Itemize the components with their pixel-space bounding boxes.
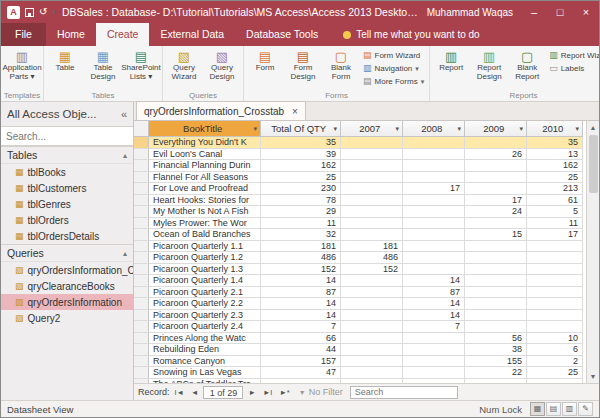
table-cell[interactable]: 87 (403, 287, 465, 299)
table-row[interactable]: Evil Loon's Canal392613 (134, 149, 586, 161)
table-cell[interactable] (341, 310, 403, 322)
sidebar-item-tblgenres[interactable]: ▦tblGenres (1, 196, 133, 212)
table-cell[interactable] (465, 264, 527, 276)
customize-qat-icon[interactable]: ▾ (52, 8, 56, 16)
table-cell[interactable]: 47 (261, 367, 341, 379)
table-cell[interactable] (341, 229, 403, 241)
table-cell[interactable] (465, 172, 527, 184)
query-design-button[interactable]: ▧Query Design (203, 47, 241, 90)
sidebar-item-qryordersinformation-crosstab[interactable]: ▧qryOrdersInformation_Crosstab (1, 262, 133, 278)
table-cell[interactable]: 29 (261, 206, 341, 218)
table-row[interactable]: Snowing in Las Vegas472225 (134, 367, 586, 379)
sidebar-item-qryordersinformation[interactable]: ▧qryOrdersInformation (1, 294, 133, 310)
table-cell[interactable]: 78 (261, 195, 341, 207)
table-cell[interactable] (403, 218, 465, 230)
table-cell[interactable]: Picaroon Quarterly 1.2 (149, 252, 261, 264)
table-cell[interactable] (527, 264, 583, 276)
table-cell[interactable]: 155 (465, 356, 527, 368)
table-cell[interactable]: 22 (465, 367, 527, 379)
record-selector[interactable] (134, 149, 149, 161)
close-button[interactable]: × (573, 1, 599, 23)
table-cell[interactable]: 44 (261, 344, 341, 356)
collapse-section-icon[interactable]: ▴ (123, 249, 127, 258)
navigation-button[interactable]: ▥Navigation▾ (360, 62, 427, 75)
query-wizard-button[interactable]: ▧Query Wizard (165, 47, 203, 90)
table-cell[interactable]: Snowing in Las Vegas (149, 367, 261, 379)
table-cell[interactable]: Picaroon Quarterly 2.2 (149, 298, 261, 310)
form-button[interactable]: ▤Form (246, 47, 284, 90)
table-cell[interactable] (527, 298, 583, 310)
table-row[interactable]: Picaroon Quarterly 2.477 (134, 321, 586, 333)
table-cell[interactable] (341, 287, 403, 299)
table-cell[interactable] (403, 229, 465, 241)
sidebar-item-query2[interactable]: ▧Query2 (1, 310, 133, 326)
table-cell[interactable]: 157 (261, 356, 341, 368)
record-selector[interactable] (134, 321, 149, 333)
table-cell[interactable] (465, 183, 527, 195)
table-cell[interactable]: Evil Loon's Canal (149, 149, 261, 161)
blank-report-button[interactable]: ▢Blank Report (508, 47, 546, 90)
record-selector[interactable] (134, 172, 149, 184)
table-cell[interactable] (341, 172, 403, 184)
table-cell[interactable] (465, 160, 527, 172)
vertical-scrollbar[interactable]: ▲ ▼ (586, 121, 599, 383)
form-design-button[interactable]: ▤Form Design (284, 47, 322, 90)
table-cell[interactable]: 486 (261, 252, 341, 264)
table-cell[interactable]: 35 (261, 137, 341, 149)
sidebar-item-tblordersdetails[interactable]: ▦tblOrdersDetails (1, 228, 133, 244)
table-row[interactable]: Heart Hooks: Stories for781761 (134, 195, 586, 207)
table-cell[interactable]: 162 (527, 160, 583, 172)
collapse-section-icon[interactable]: ▴ (123, 151, 127, 160)
table-cell[interactable]: 152 (341, 264, 403, 276)
table-cell[interactable] (341, 195, 403, 207)
table-cell[interactable]: 17 (403, 183, 465, 195)
table-cell[interactable] (465, 298, 527, 310)
table-cell[interactable]: Picaroon Quarterly 1.4 (149, 275, 261, 287)
record-selector[interactable] (134, 183, 149, 195)
navigation-search-input[interactable] (6, 131, 134, 142)
record-position[interactable]: 1 of 29 (203, 386, 243, 399)
filter-dropdown-icon[interactable]: ▾ (519, 125, 523, 133)
table-cell[interactable] (341, 333, 403, 345)
table-cell[interactable] (465, 137, 527, 149)
table-cell[interactable]: Rebuilding Eden (149, 344, 261, 356)
table-cell[interactable]: 61 (527, 195, 583, 207)
table-cell[interactable]: Princes Along the Watc (149, 333, 261, 345)
column-header-2007[interactable]: 2007▾ (341, 121, 403, 137)
new-record-button[interactable]: ►* (277, 388, 291, 397)
record-selector[interactable] (134, 160, 149, 172)
record-selector[interactable] (134, 137, 149, 149)
table-cell[interactable]: 17 (465, 195, 527, 207)
scroll-up-icon[interactable]: ▲ (590, 121, 597, 134)
report-design-button[interactable]: ▥Report Design (470, 47, 508, 90)
table-row[interactable]: Princes Along the Watc665610 (134, 333, 586, 345)
table-cell[interactable]: 25 (261, 172, 341, 184)
filter-dropdown-icon[interactable]: ▾ (333, 125, 337, 133)
record-selector[interactable] (134, 229, 149, 241)
table-cell[interactable]: 13 (527, 149, 583, 161)
table-cell[interactable]: For Love and Proofread (149, 183, 261, 195)
table-cell[interactable]: 152 (261, 264, 341, 276)
table-cell[interactable] (465, 310, 527, 322)
table-row[interactable]: Flannel For All Seasons2525 (134, 172, 586, 184)
table-cell[interactable]: 39 (261, 149, 341, 161)
table-cell[interactable]: 56 (465, 333, 527, 345)
table-cell[interactable] (341, 321, 403, 333)
column-header-total-of-qty[interactable]: Total Of QTY▾ (261, 121, 341, 137)
table-cell[interactable] (341, 218, 403, 230)
pivottable-view-button[interactable]: ▤ (546, 402, 561, 416)
table-cell[interactable]: 14 (403, 310, 465, 322)
blank-form-button[interactable]: ▢Blank Form (322, 47, 360, 90)
table-design-button[interactable]: ▦Table Design (84, 47, 122, 90)
table-cell[interactable] (465, 218, 527, 230)
table-cell[interactable]: My Mother Is Not A Fish (149, 206, 261, 218)
record-selector[interactable] (134, 218, 149, 230)
table-row[interactable]: Picaroon Quarterly 2.18787 (134, 287, 586, 299)
table-cell[interactable] (403, 137, 465, 149)
table-cell[interactable] (341, 206, 403, 218)
table-cell[interactable]: 32 (261, 229, 341, 241)
table-cell[interactable] (403, 344, 465, 356)
filter-status[interactable]: ▼ No Filter (299, 387, 343, 397)
table-cell[interactable] (527, 321, 583, 333)
maximize-button[interactable]: □ (547, 1, 573, 23)
